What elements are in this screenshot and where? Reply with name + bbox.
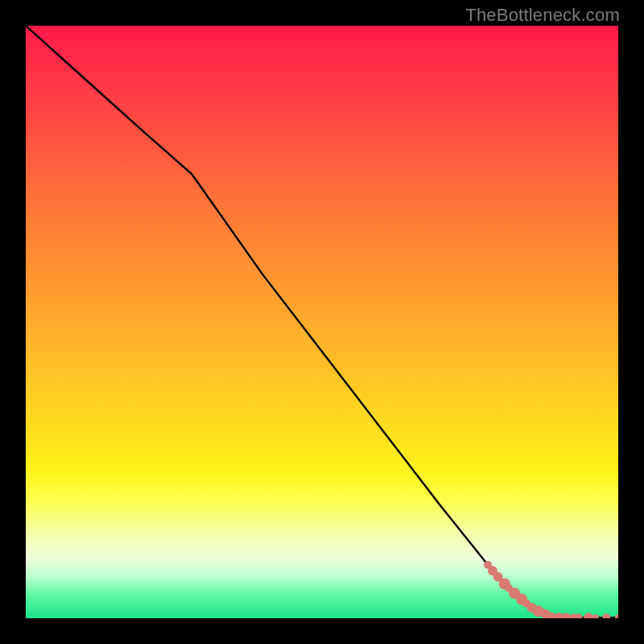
attribution-label: TheBottleneck.com	[465, 5, 620, 26]
marker-dot	[602, 613, 610, 618]
marker-dot	[584, 613, 593, 618]
marker-dot	[561, 613, 571, 618]
plot-area	[26, 26, 618, 618]
chart-frame: TheBottleneck.com	[0, 0, 644, 644]
marker-dot	[615, 614, 618, 618]
marker-dot	[592, 614, 599, 618]
chart-svg	[26, 26, 618, 618]
marker-group	[484, 561, 618, 618]
curve-line	[26, 26, 618, 617]
